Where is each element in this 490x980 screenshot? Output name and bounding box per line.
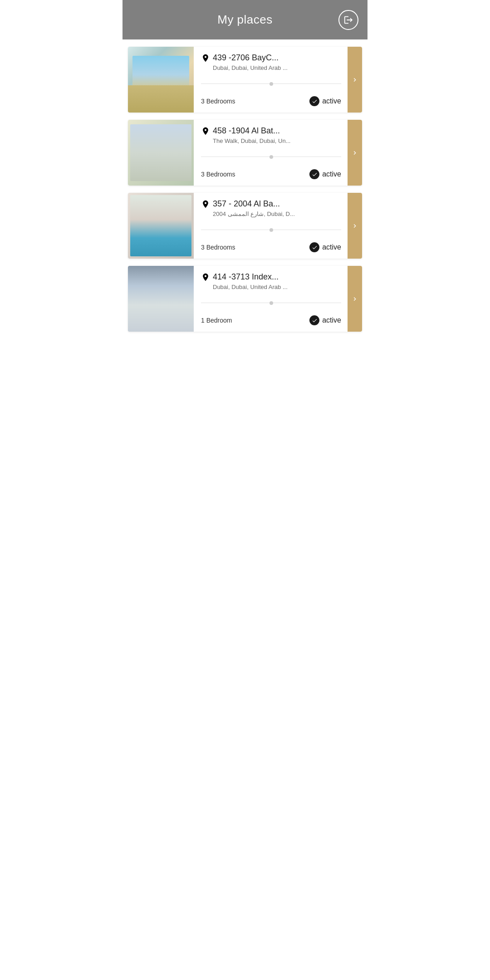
listing-details: 414 -3713 Index... Dubai, Dubai, United … (194, 266, 348, 332)
pin-icon (201, 200, 210, 209)
status-text: active (322, 243, 341, 251)
listing-address: Dubai, Dubai, United Arab ... (201, 64, 341, 71)
active-badge: active (309, 169, 341, 179)
listing-name: 458 -1904 Al Bat... (213, 126, 280, 136)
listing-name: 357 - 2004 Al Ba... (213, 199, 280, 209)
listing-footer: 1 Bedroom active (201, 315, 341, 325)
listings-container: 439 -2706 BayC... Dubai, Dubai, United A… (122, 39, 368, 339)
bedrooms-label: 1 Bedroom (201, 317, 232, 324)
chevron-col (348, 47, 362, 113)
listing-divider (201, 157, 341, 157)
listing-details: 458 -1904 Al Bat... The Walk, Dubai, Dub… (194, 120, 348, 186)
listing-divider (201, 230, 341, 230)
page-title: My places (217, 13, 273, 27)
page-header: My places (122, 0, 368, 39)
active-badge: active (309, 96, 341, 106)
listing-card[interactable]: 439 -2706 BayC... Dubai, Dubai, United A… (128, 47, 362, 113)
pin-icon (201, 54, 210, 63)
logout-icon (343, 15, 353, 25)
listing-card[interactable]: 458 -1904 Al Bat... The Walk, Dubai, Dub… (128, 120, 362, 186)
listing-name: 439 -2706 BayC... (213, 53, 279, 63)
listing-footer: 3 Bedrooms active (201, 169, 341, 179)
listing-card[interactable]: 357 - 2004 Al Ba... 2004 شارع الممشى, Du… (128, 193, 362, 259)
chevron-right-icon (351, 295, 358, 303)
bedrooms-label: 3 Bedrooms (201, 244, 235, 251)
listing-name: 414 -3713 Index... (213, 272, 279, 282)
listing-divider (201, 303, 341, 303)
listing-image (128, 47, 194, 113)
listing-name-row: 357 - 2004 Al Ba... (201, 199, 341, 209)
listing-details: 357 - 2004 Al Ba... 2004 شارع الممشى, Du… (194, 193, 348, 259)
listing-details: 439 -2706 BayC... Dubai, Dubai, United A… (194, 47, 348, 113)
listing-image (128, 193, 194, 259)
listing-address: Dubai, Dubai, United Arab ... (201, 284, 341, 290)
chevron-right-icon (351, 222, 358, 230)
chevron-col (348, 193, 362, 259)
status-text: active (322, 170, 341, 178)
listing-name-row: 458 -1904 Al Bat... (201, 126, 341, 136)
status-text: active (322, 97, 341, 105)
listing-header: 357 - 2004 Al Ba... 2004 شارع الممشى, Du… (201, 199, 341, 217)
bedrooms-label: 3 Bedrooms (201, 171, 235, 178)
chevron-col (348, 266, 362, 332)
check-circle-icon (309, 96, 319, 106)
listing-header: 458 -1904 Al Bat... The Walk, Dubai, Dub… (201, 126, 341, 144)
empty-space (122, 339, 368, 520)
listing-name-row: 414 -3713 Index... (201, 272, 341, 282)
listing-header: 414 -3713 Index... Dubai, Dubai, United … (201, 272, 341, 290)
active-badge: active (309, 315, 341, 325)
listing-address: 2004 شارع الممشى, Dubai, D... (201, 211, 341, 217)
listing-footer: 3 Bedrooms active (201, 96, 341, 106)
pin-icon (201, 273, 210, 282)
chevron-right-icon (351, 76, 358, 83)
active-badge: active (309, 242, 341, 252)
listing-header: 439 -2706 BayC... Dubai, Dubai, United A… (201, 53, 341, 71)
chevron-col (348, 120, 362, 186)
status-text: active (322, 316, 341, 324)
logout-button[interactable] (338, 10, 358, 30)
listing-address: The Walk, Dubai, Dubai, Un... (201, 137, 341, 144)
listing-footer: 3 Bedrooms active (201, 242, 341, 252)
chevron-right-icon (351, 149, 358, 157)
listing-card[interactable]: 414 -3713 Index... Dubai, Dubai, United … (128, 266, 362, 332)
check-circle-icon (309, 315, 319, 325)
listing-divider (201, 83, 341, 84)
pin-icon (201, 127, 210, 136)
listing-image (128, 266, 194, 332)
listing-image (128, 120, 194, 186)
check-circle-icon (309, 169, 319, 179)
listing-name-row: 439 -2706 BayC... (201, 53, 341, 63)
bedrooms-label: 3 Bedrooms (201, 98, 235, 105)
check-circle-icon (309, 242, 319, 252)
